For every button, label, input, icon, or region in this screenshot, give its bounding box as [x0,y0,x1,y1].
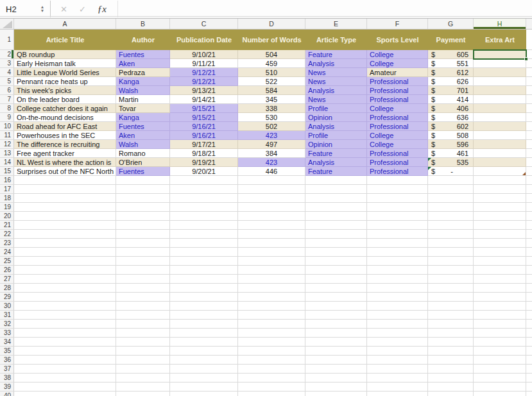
cell[interactable] [526,113,532,122]
cell-words[interactable]: 530 [238,113,305,122]
cell[interactable] [170,185,238,194]
cell[interactable] [428,374,474,383]
cell[interactable] [238,275,305,284]
cell-author[interactable]: Romano [116,149,170,158]
cell[interactable] [367,356,428,365]
cell[interactable] [367,338,428,347]
row-header-16[interactable]: 16 [0,176,14,185]
cell[interactable] [305,212,367,221]
cell[interactable] [526,95,532,104]
cell[interactable] [474,176,526,185]
cell-title[interactable]: On the leader board [14,95,116,104]
header-cell[interactable]: Article Type [305,30,367,50]
cell[interactable] [14,356,116,365]
cell[interactable] [238,311,305,320]
row-header-7[interactable]: 7 [0,95,14,104]
cell[interactable] [428,239,474,248]
cell[interactable] [116,392,170,396]
cell[interactable] [305,284,367,293]
cell[interactable] [170,194,238,203]
row-header-10[interactable]: 10 [0,122,14,131]
cell[interactable] [170,338,238,347]
cell-date[interactable]: 9/10/21 [170,50,238,59]
row-header-22[interactable]: 22 [0,230,14,239]
cell-type[interactable]: Profile [305,131,367,140]
cell-payment[interactable]: $701 [428,86,474,95]
cell[interactable] [367,239,428,248]
cell-date[interactable]: 9/13/21 [170,86,238,95]
cell-payment[interactable]: $- [428,167,474,176]
cell[interactable] [428,176,474,185]
cell[interactable] [526,365,532,374]
cell[interactable] [367,374,428,383]
cell[interactable] [526,302,532,311]
cell[interactable] [367,293,428,302]
cell[interactable] [428,338,474,347]
cell-level[interactable]: College [367,50,428,59]
cell-payment[interactable]: $605 [428,50,474,59]
cell[interactable] [367,320,428,329]
cell[interactable] [367,194,428,203]
cell[interactable] [14,392,116,396]
cell-level[interactable]: Professional [367,122,428,131]
cell[interactable] [14,284,116,293]
cell[interactable] [305,293,367,302]
header-cell[interactable]: Author [116,30,170,50]
cell[interactable] [14,248,116,257]
cell[interactable] [474,329,526,338]
cell[interactable] [305,347,367,356]
cell[interactable] [238,257,305,266]
cell-level[interactable]: Professional [367,95,428,104]
cell[interactable] [367,176,428,185]
cell[interactable] [305,338,367,347]
cell-date[interactable]: 9/16/21 [170,122,238,131]
cell-level[interactable]: College [367,131,428,140]
cell-extra-art[interactable] [474,113,526,122]
column-header-B[interactable]: B [116,19,170,29]
cell[interactable] [116,320,170,329]
cell-title[interactable]: Free agent tracker [14,149,116,158]
cell[interactable] [116,257,170,266]
cell[interactable] [238,365,305,374]
cell[interactable] [474,185,526,194]
cell[interactable] [474,203,526,212]
cell[interactable] [170,311,238,320]
cell[interactable] [428,365,474,374]
cell[interactable] [238,194,305,203]
row-header-14[interactable]: 14 [0,158,14,167]
cell-extra-art[interactable] [474,122,526,131]
cell-words[interactable]: 504 [238,50,305,59]
row-header-33[interactable]: 33 [0,329,14,338]
column-header-E[interactable]: E [305,19,367,29]
cell[interactable] [526,68,532,77]
cell-extra-art[interactable] [474,77,526,86]
cell[interactable] [526,167,532,176]
cell-words[interactable]: 497 [238,140,305,149]
cell-level[interactable]: College [367,104,428,113]
cell[interactable] [367,248,428,257]
cell[interactable] [526,392,532,396]
cell[interactable] [428,230,474,239]
cell[interactable] [116,266,170,275]
row-header-36[interactable]: 36 [0,356,14,365]
cell[interactable] [238,374,305,383]
cell-date[interactable]: 9/11/21 [170,59,238,68]
cell[interactable] [116,284,170,293]
cell[interactable] [474,293,526,302]
cell[interactable] [238,203,305,212]
cell-level[interactable]: College [367,59,428,68]
header-cell[interactable]: Payment [428,30,474,50]
cell[interactable] [367,221,428,230]
cell[interactable] [14,185,116,194]
cell-author[interactable]: Walsh [116,86,170,95]
cell[interactable] [238,392,305,396]
cell[interactable] [14,383,116,392]
name-box-stepper[interactable]: ▲ ▼ [37,5,47,13]
cell[interactable] [116,302,170,311]
row-header-5[interactable]: 5 [0,77,14,86]
cell[interactable] [170,248,238,257]
cell-level[interactable]: Professional [367,86,428,95]
cell[interactable] [116,374,170,383]
cell[interactable] [367,257,428,266]
cell-level[interactable]: Amateur [367,68,428,77]
